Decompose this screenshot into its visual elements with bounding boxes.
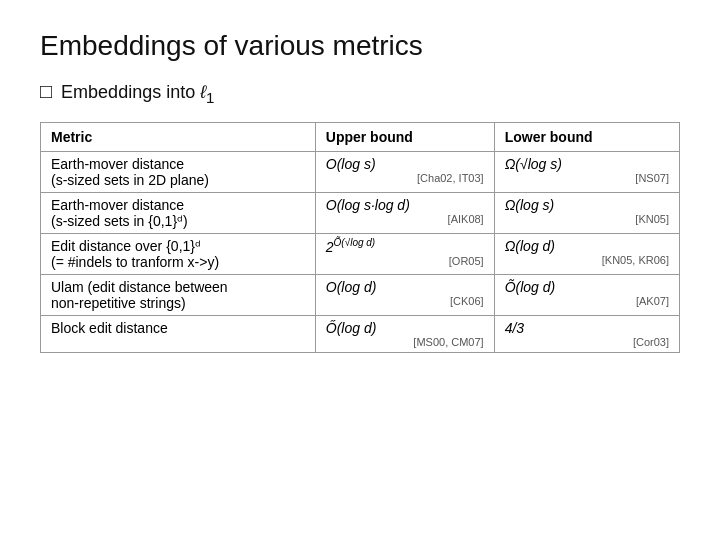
upper-bound-cell: O(log s)[Cha02, IT03] [315,151,494,192]
metrics-table: Metric Upper bound Lower bound Earth-mov… [40,122,680,353]
bullet-icon: □ [40,80,52,102]
metric-cell: Ulam (edit distance betweennon-repetitiv… [41,274,316,315]
subtitle: □ Embeddings into ℓ1 [40,80,680,106]
lower-bound-cell: 4/3[Cor03] [494,315,679,352]
metric-cell: Block edit distance [41,315,316,352]
lower-bound-cell: Ω(√log s)[NS07] [494,151,679,192]
upper-bound-cell: O(log s·log d)[AIK08] [315,192,494,233]
table-row: Earth-mover distance(s-sized sets in {0,… [41,192,680,233]
metric-cell: Edit distance over {0,1}ᵈ(= #indels to t… [41,233,316,274]
upper-bound-cell: Ő(log d)[MS00, CM07] [315,315,494,352]
upper-bound-cell: 2Õ(√log d)[OR05] [315,233,494,274]
lower-bound-cell: Õ(log d)[AK07] [494,274,679,315]
lower-bound-cell: Ω(log d)[KN05, KR06] [494,233,679,274]
subscript-1: 1 [206,89,214,106]
table-row: Block edit distanceŐ(log d)[MS00, CM07]4… [41,315,680,352]
lower-bound-cell: Ω(log s)[KN05] [494,192,679,233]
header-metric: Metric [41,122,316,151]
page-title: Embeddings of various metrics [40,30,680,62]
metric-cell: Earth-mover distance(s-sized sets in {0,… [41,192,316,233]
metric-cell: Earth-mover distance(s-sized sets in 2D … [41,151,316,192]
table-row: Earth-mover distance(s-sized sets in 2D … [41,151,680,192]
header-lower-bound: Lower bound [494,122,679,151]
header-upper-bound: Upper bound [315,122,494,151]
upper-bound-cell: O(log d)[CK06] [315,274,494,315]
table-row: Ulam (edit distance betweennon-repetitiv… [41,274,680,315]
table-row: Edit distance over {0,1}ᵈ(= #indels to t… [41,233,680,274]
